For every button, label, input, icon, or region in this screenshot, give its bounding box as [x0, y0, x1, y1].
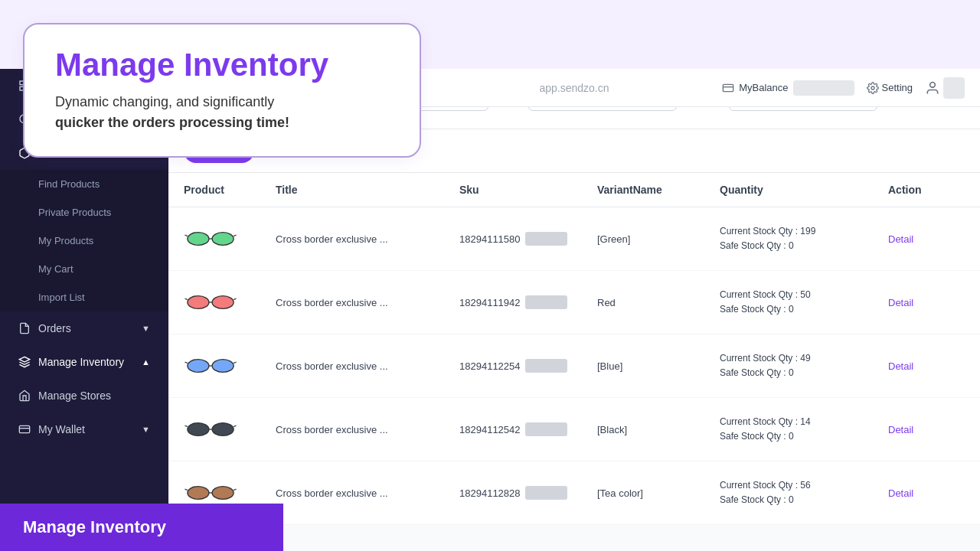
current-stock-4: Current Stock Qty : 14 — [720, 415, 888, 429]
sku-cell-4: 18294112542 — [459, 422, 597, 436]
col-quantity: Quantity — [720, 184, 888, 196]
variant-2: Red — [597, 297, 720, 308]
detail-link-2[interactable]: Detail — [888, 297, 965, 308]
balance-label: MyBalance — [739, 82, 788, 93]
col-product: Product — [184, 184, 276, 196]
sku-cell-1: 18294111580 — [459, 232, 597, 246]
product-image-3 — [184, 347, 237, 385]
glasses-green-img — [184, 222, 237, 256]
variant-4: [Black] — [597, 424, 720, 435]
sku-prefix-2: 18294111942 — [459, 297, 521, 308]
sidebar-item-manage-stores[interactable]: Manage Stores — [0, 379, 168, 412]
variant-1: [Green] — [597, 233, 720, 245]
table-row: Cross border exclusive ... 18294111580 [… — [168, 207, 980, 271]
setting-label: Setting — [882, 82, 913, 93]
safe-stock-4: Safe Stock Qty : 0 — [720, 429, 888, 444]
sidebar-item-private-products[interactable]: Private Products — [0, 198, 168, 227]
svg-line-17 — [234, 235, 237, 236]
safe-stock-2: Safe Stock Qty : 0 — [720, 302, 888, 317]
svg-line-16 — [185, 235, 188, 236]
sidebar-item-my-wallet[interactable]: My Wallet ▼ — [0, 412, 168, 446]
sku-cell-5: 18294112828 — [459, 486, 597, 500]
col-variant: VariantName — [597, 184, 720, 196]
sku-blur-4 — [525, 422, 567, 436]
product-title-5: Cross border exclusive ... — [276, 487, 459, 499]
product-title-3: Cross border exclusive ... — [276, 360, 459, 372]
safe-stock-1: Safe Stock Qty : 0 — [720, 239, 888, 253]
svg-point-12 — [930, 82, 936, 87]
detail-link-1[interactable]: Detail — [888, 233, 965, 245]
product-title-1: Cross border exclusive ... — [276, 233, 459, 245]
sku-prefix-5: 18294112828 — [459, 487, 521, 499]
product-image-1 — [184, 220, 237, 258]
col-sku: Sku — [459, 184, 597, 196]
sku-blur-5 — [525, 486, 567, 500]
table-row: Cross border exclusive ... 18294112828 [… — [168, 461, 980, 525]
promo-subtitle: Dynamic changing, and significantly quic… — [55, 92, 389, 133]
table-row: Cross border exclusive ... 18294112542 [… — [168, 398, 980, 461]
col-title: Title — [276, 184, 459, 196]
balance-value — [793, 80, 854, 96]
user-avatar — [943, 77, 965, 99]
qty-cell-5: Current Stock Qty : 56 Safe Stock Qty : … — [720, 478, 888, 507]
manage-inventory-bar: Manage Inventory — [0, 504, 283, 551]
svg-rect-9 — [724, 84, 733, 91]
product-image-4 — [184, 410, 237, 448]
qty-cell-2: Current Stock Qty : 50 Safe Stock Qty : … — [720, 288, 888, 317]
manage-bar-label: Manage Inventory — [23, 517, 166, 536]
svg-line-30 — [185, 362, 188, 363]
setting-button[interactable]: Setting — [867, 82, 913, 94]
table-row: Cross border exclusive ... 18294112254 [… — [168, 334, 980, 398]
sidebar-label-manage-inventory: Manage Inventory — [38, 356, 124, 368]
glasses-black-img — [184, 412, 237, 446]
variant-5: [Tea color] — [597, 487, 720, 499]
glasses-blue-img — [184, 349, 237, 383]
promo-title: Manage Inventory — [55, 47, 389, 83]
sidebar-label-manage-stores: Manage Stores — [38, 390, 111, 402]
product-image-2 — [184, 283, 237, 321]
table-header: Product Title Sku VariantName Quantity A… — [168, 173, 980, 207]
sidebar-label-orders: Orders — [38, 322, 71, 334]
sidebar-item-find-products[interactable]: Find Products — [0, 170, 168, 198]
svg-line-45 — [234, 489, 237, 490]
current-stock-5: Current Stock Qty : 56 — [720, 478, 888, 493]
sku-prefix-3: 18294112254 — [459, 360, 521, 372]
sidebar-item-manage-inventory[interactable]: Manage Inventory ▲ — [0, 345, 168, 379]
svg-line-38 — [234, 425, 237, 426]
sku-prefix-4: 18294112542 — [459, 424, 521, 435]
col-action: Action — [888, 184, 965, 196]
svg-line-44 — [185, 489, 188, 490]
sidebar-item-import-list[interactable]: Import List — [0, 283, 168, 311]
balance-icon — [722, 82, 734, 94]
detail-link-5[interactable]: Detail — [888, 487, 965, 499]
promo-card: Manage Inventory Dynamic changing, and s… — [23, 23, 421, 158]
sidebar-item-my-cart[interactable]: My Cart — [0, 255, 168, 283]
sidebar-item-my-products[interactable]: My Products — [0, 227, 168, 255]
product-submenu: Find Products Private Products My Produc… — [0, 170, 168, 311]
svg-line-37 — [185, 425, 188, 426]
user-icon-area[interactable] — [925, 77, 965, 99]
qty-cell-3: Current Stock Qty : 49 Safe Stock Qty : … — [720, 351, 888, 380]
sku-blur-1 — [525, 232, 567, 246]
qty-cell-4: Current Stock Qty : 14 Safe Stock Qty : … — [720, 415, 888, 444]
svg-line-24 — [234, 298, 237, 299]
variant-3: [Blue] — [597, 360, 720, 372]
sku-blur-2 — [525, 295, 567, 309]
orders-chevron-icon: ▼ — [142, 324, 150, 333]
qty-cell-1: Current Stock Qty : 199 Safe Stock Qty :… — [720, 224, 888, 253]
table-row: Cross border exclusive ... 18294111942 R… — [168, 271, 980, 334]
sidebar-item-orders[interactable]: Orders ▼ — [0, 311, 168, 345]
sku-cell-3: 18294112254 — [459, 359, 597, 373]
svg-rect-7 — [19, 425, 29, 432]
safe-stock-3: Safe Stock Qty : 0 — [720, 366, 888, 380]
store-icon — [18, 390, 31, 402]
svg-marker-6 — [19, 357, 29, 362]
svg-line-23 — [185, 298, 188, 299]
settings-icon — [867, 82, 879, 94]
detail-link-3[interactable]: Detail — [888, 360, 965, 372]
inventory-chevron-icon: ▲ — [142, 357, 150, 367]
detail-link-4[interactable]: Detail — [888, 424, 965, 435]
top-bar-actions: MyBalance Setting — [722, 77, 965, 99]
product-title-4: Cross border exclusive ... — [276, 424, 459, 435]
sku-blur-3 — [525, 359, 567, 373]
